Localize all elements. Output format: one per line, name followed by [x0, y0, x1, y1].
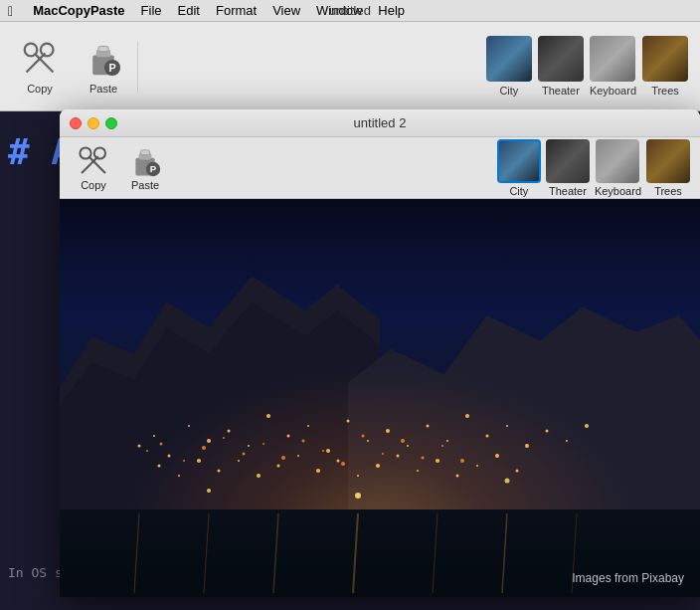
- bg-thumb-trees-label: Trees: [651, 85, 679, 97]
- svg-point-53: [316, 469, 320, 473]
- menu-bar:  MacCopyPaste File Edit Format View Win…: [0, 0, 700, 22]
- menu-edit[interactable]: Edit: [178, 3, 200, 18]
- fg-paste-button[interactable]: P Paste: [121, 141, 169, 195]
- minimize-button[interactable]: [88, 117, 99, 129]
- svg-point-72: [302, 440, 305, 443]
- svg-point-35: [407, 445, 409, 447]
- svg-point-59: [436, 459, 439, 463]
- bg-copy-label: Copy: [27, 83, 53, 95]
- svg-point-76: [382, 453, 384, 455]
- svg-point-64: [146, 450, 148, 452]
- svg-point-42: [546, 430, 549, 433]
- bg-thumb-city-label: City: [499, 85, 518, 97]
- svg-point-79: [441, 445, 443, 447]
- svg-point-22: [153, 435, 155, 437]
- svg-point-21: [138, 445, 141, 448]
- svg-line-89: [502, 513, 507, 593]
- menu-view[interactable]: View: [272, 3, 300, 18]
- bg-thumb-theater-label: Theater: [542, 85, 580, 97]
- menu-help[interactable]: Help: [378, 3, 405, 18]
- svg-point-55: [357, 475, 359, 477]
- svg-point-37: [446, 440, 448, 442]
- fg-thumb-trees[interactable]: Trees: [646, 139, 690, 197]
- svg-point-63: [516, 470, 519, 473]
- bg-toolbar: Copy P Paste City: [0, 22, 700, 111]
- trees-thumbnail-fg: [646, 139, 690, 183]
- bg-paste-button[interactable]: P Paste: [76, 33, 131, 101]
- city-lights-svg: [60, 326, 700, 525]
- svg-point-25: [207, 439, 211, 443]
- svg-point-49: [238, 460, 240, 462]
- svg-point-41: [525, 444, 529, 448]
- svg-point-10: [94, 147, 105, 158]
- keyboard-thumbnail-bg: [590, 36, 635, 82]
- svg-point-48: [218, 470, 221, 473]
- menu-format[interactable]: Format: [216, 3, 257, 18]
- app-name[interactable]: MacCopyPaste: [33, 3, 124, 18]
- menu-file[interactable]: File: [141, 3, 162, 18]
- city-thumbnail-fg: [497, 139, 541, 183]
- city-night-scene: Images from Pixabay: [60, 199, 700, 597]
- maximize-button[interactable]: [105, 117, 117, 129]
- svg-point-47: [197, 459, 201, 463]
- svg-point-74: [341, 462, 345, 466]
- fg-thumb-keyboard[interactable]: Keyboard: [595, 139, 641, 197]
- bg-thumb-city[interactable]: City: [486, 36, 532, 97]
- svg-point-50: [257, 474, 261, 478]
- svg-point-46: [178, 475, 180, 477]
- svg-point-70: [262, 443, 264, 445]
- svg-point-83: [207, 489, 211, 493]
- close-button[interactable]: [70, 117, 82, 129]
- svg-point-60: [456, 475, 459, 478]
- svg-point-32: [347, 420, 350, 423]
- bg-thumb-theater[interactable]: Theater: [538, 36, 584, 97]
- fg-copy-button[interactable]: Copy: [70, 141, 117, 195]
- svg-point-26: [228, 430, 231, 433]
- svg-line-85: [204, 513, 209, 593]
- city-thumbnail-bg: [486, 36, 532, 82]
- theater-thumbnail-bg: [538, 36, 584, 82]
- svg-text:P: P: [150, 163, 157, 174]
- svg-point-51: [277, 465, 280, 468]
- svg-point-39: [486, 435, 489, 438]
- svg-point-58: [417, 470, 419, 472]
- svg-point-40: [506, 425, 508, 427]
- svg-point-71: [281, 456, 285, 460]
- image-attribution: Images from Pixabay: [572, 571, 684, 585]
- bg-copy-button[interactable]: Copy: [12, 33, 68, 101]
- svg-point-52: [297, 455, 299, 457]
- attribution-text: Images from Pixabay: [572, 571, 684, 585]
- svg-point-34: [386, 429, 390, 433]
- bg-paste-label: Paste: [89, 83, 117, 95]
- bg-thumb-trees[interactable]: Trees: [642, 36, 688, 97]
- svg-point-28: [266, 414, 270, 418]
- fg-toolbar: Copy P Paste City: [60, 137, 700, 199]
- fg-thumb-theater[interactable]: Theater: [546, 139, 590, 197]
- apple-logo: : [8, 3, 13, 19]
- fg-thumb-city[interactable]: City: [497, 139, 541, 197]
- svg-point-29: [287, 435, 290, 438]
- svg-point-67: [202, 446, 206, 450]
- toolbar-separator: [137, 42, 138, 92]
- bg-thumb-keyboard[interactable]: Keyboard: [590, 36, 636, 97]
- svg-point-69: [243, 453, 246, 456]
- traffic-lights: [70, 117, 117, 129]
- theater-thumbnail-fg: [546, 139, 590, 183]
- fg-thumb-theater-label: Theater: [549, 185, 587, 197]
- svg-rect-15: [140, 149, 150, 154]
- fg-scissors-icon: [78, 145, 109, 177]
- fg-thumb-keyboard-label: Keyboard: [595, 185, 641, 197]
- fg-paste-label: Paste: [131, 179, 159, 191]
- svg-point-31: [326, 449, 330, 453]
- svg-point-78: [422, 457, 425, 460]
- svg-point-23: [168, 455, 171, 458]
- svg-line-86: [273, 513, 278, 593]
- svg-point-61: [476, 465, 478, 467]
- paste-icon: P: [84, 39, 123, 79]
- svg-point-73: [322, 450, 324, 452]
- fg-paste-icon: P: [129, 145, 161, 177]
- bg-window-title: untitled: [329, 3, 371, 18]
- svg-point-82: [505, 479, 510, 484]
- svg-point-56: [376, 464, 380, 468]
- svg-point-57: [397, 455, 400, 458]
